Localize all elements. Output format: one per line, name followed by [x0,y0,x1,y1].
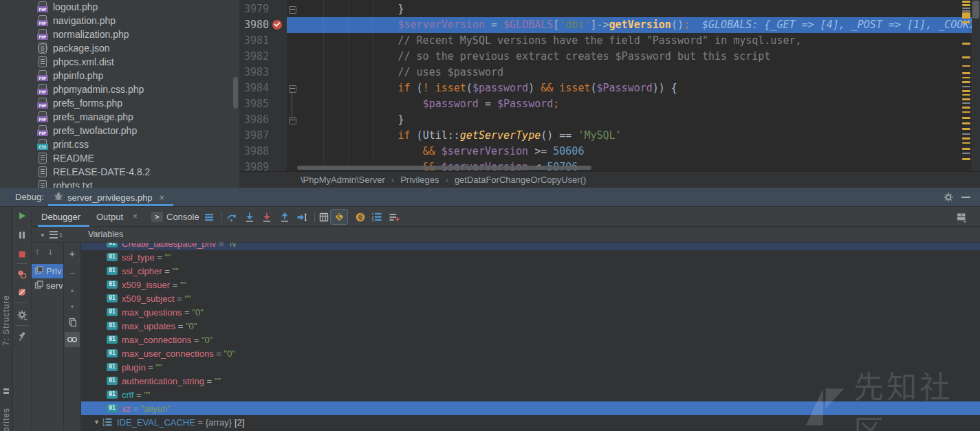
variable-row[interactable]: 01ssl_type = "" [81,250,980,264]
stripe-mark[interactable] [962,4,970,6]
frame-row[interactable]: Priv [32,264,63,278]
up-arrow-icon[interactable]: ↑ [35,246,40,256]
sidebar-item-favorites[interactable]: orites [1,408,11,431]
variable-row[interactable]: 01max_questions = "0" [81,305,980,319]
variable-row[interactable]: 01crlf = "" [81,388,980,401]
chevron-down-icon[interactable]: ▼ [40,232,45,239]
stripe-mark[interactable] [962,10,970,12]
tab-debugger[interactable]: Debugger [41,207,80,227]
mute-breakpoints-icon[interactable] [17,287,28,298]
stripe-mark[interactable] [962,117,970,119]
stripe-mark[interactable] [962,137,970,140]
pause-icon[interactable] [17,230,28,241]
variable-row[interactable]: 01xz = "aliyun" [81,401,980,415]
stripe-mark[interactable] [962,21,970,23]
threads-menu-icon[interactable] [204,212,215,223]
add-watch-icon[interactable] [389,212,400,223]
project-file[interactable]: PHPnormalization.php [0,27,239,41]
stripe-mark[interactable] [962,81,970,83]
settings-gear-icon[interactable] [943,192,954,206]
variable-row[interactable]: 01max_connections = "0" [81,333,980,346]
threads-list-icon[interactable] [50,231,58,239]
stripe-mark[interactable] [962,1,970,3]
editor-gutter[interactable]: 3979398039813982398339843985398639873988… [239,0,287,171]
project-scrollbar[interactable] [233,77,238,109]
stripe-mark[interactable] [962,111,970,113]
project-file[interactable]: PHPprefs_twofactor.php [0,124,239,137]
stripe-mark[interactable] [962,86,970,87]
remove-icon[interactable]: − [67,267,78,278]
variable-row[interactable]: 01ssl_cipher = "" [81,264,980,278]
project-file[interactable]: CSSprint.css [0,137,239,151]
editor-vscrollbar-thumb[interactable] [972,1,979,19]
close-icon[interactable]: × [160,192,165,203]
stripe-mark[interactable] [962,77,970,78]
stripe-mark[interactable] [962,98,970,100]
stripe-mark[interactable] [962,102,970,104]
stripe-mark[interactable] [962,148,970,150]
copy-icon[interactable] [67,317,78,328]
breadcrumb-item[interactable]: \PhpMyAdmin\Server [301,175,385,185]
force-step-into-icon[interactable] [261,212,272,223]
stripe-mark[interactable] [962,8,970,9]
breakpoint-icon[interactable] [272,20,282,30]
code-area[interactable]: } $serverVersion = $GLOBALS['dbi']->getV… [287,0,972,171]
variable-row[interactable]: 01x509_issuer = "" [81,278,980,291]
project-file[interactable]: RELEASE-DATE-4.8.2 [0,165,239,179]
breadcrumb-item[interactable]: getDataForChangeOrCopyUser() [455,175,586,185]
project-file[interactable]: phpcs.xml.dist [0,55,239,69]
variable-row[interactable]: 01Create_tablespace_priv = "N" [81,243,980,250]
close-icon[interactable]: × [133,207,138,227]
project-file[interactable]: {}package.json [0,41,239,55]
stripe-mark[interactable] [962,43,970,45]
project-file[interactable]: PHPlogout.php [0,0,239,14]
editor-hscrollbar[interactable] [297,166,591,170]
project-file[interactable]: robots.txt [0,179,239,188]
tab-console[interactable]: Console [166,207,199,227]
sidebar-item-structure[interactable]: 7: Structure [1,295,11,346]
stripe-mark[interactable] [962,90,970,92]
stop-icon[interactable] [17,249,28,260]
variable-row[interactable]: 01max_updates = "0" [81,319,980,333]
stripe-mark[interactable] [962,12,970,19]
stripe-mark[interactable] [962,133,970,135]
ordered-list-icon[interactable]: 123 [371,212,382,223]
frame-row[interactable]: serv [32,278,63,293]
step-out-icon[interactable] [279,212,290,223]
fold-marker[interactable] [289,85,296,93]
step-into-icon[interactable] [244,212,255,223]
tab-output[interactable]: Output [96,207,123,227]
project-file[interactable]: PHPphpinfo.php [0,69,239,82]
fold-marker[interactable] [289,6,296,14]
restore-layout-icon[interactable] [956,212,967,223]
stripe-mark[interactable] [962,153,970,154]
stripe-mark[interactable] [962,65,970,67]
move-down-icon[interactable]: ▼ [67,302,78,313]
move-up-icon[interactable]: ▲ [67,285,78,296]
down-arrow-icon[interactable]: ↓ [48,246,53,256]
run-to-cursor-icon[interactable] [296,212,307,223]
variable-row[interactable]: 01max_user_connections = "0" [81,346,980,360]
variable-row[interactable]: 01plugin = "" [81,360,980,374]
stripe-mark[interactable] [962,107,970,109]
stripe-mark[interactable] [962,122,970,124]
editor-panel[interactable]: 3979398039813982398339843985398639873988… [239,0,980,188]
stripe-mark[interactable] [962,72,970,74]
variable-row[interactable]: ▼123IDE_EVAL_CACHE = {array}[2] [81,415,980,429]
watches-icon[interactable] [67,333,78,344]
command-console-icon[interactable]: C [334,211,345,222]
project-file[interactable]: PHPprefs_manage.php [0,110,239,124]
breadcrumb-item[interactable]: Privileges [400,175,439,185]
editor-vscrollbar-track[interactable] [972,0,980,171]
stripe-mark[interactable] [962,94,970,96]
variable-row[interactable]: 01authentication_string = "" [81,374,980,388]
stripe-mark[interactable] [962,142,970,144]
step-over-icon[interactable] [226,212,237,223]
expand-arrow-icon[interactable]: ▼ [94,419,102,426]
stripe-mark[interactable] [962,56,970,58]
evaluate-expression-icon[interactable] [318,212,329,223]
minimize-icon[interactable] [961,197,970,198]
project-file[interactable]: README [0,151,239,165]
debugger-settings-icon[interactable] [17,309,28,320]
add-icon[interactable]: + [67,248,78,259]
